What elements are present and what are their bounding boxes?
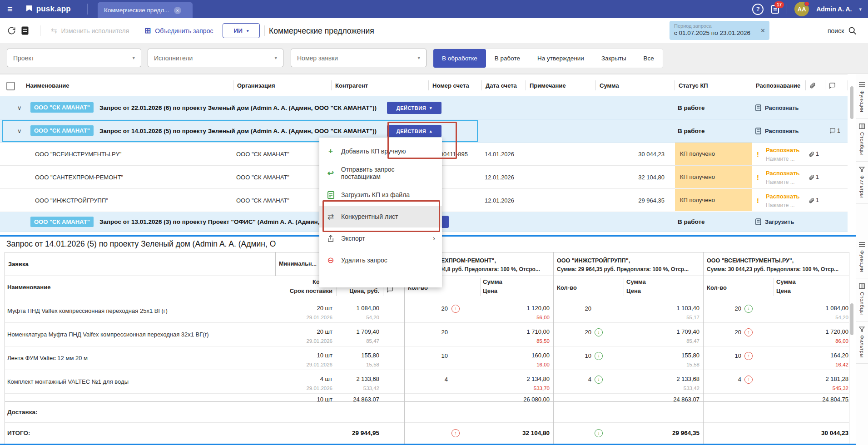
supplier-qty: 20 [404, 329, 448, 336]
recognize-link[interactable]: Распознать [765, 119, 804, 142]
recognize-link[interactable]: Распознать [766, 193, 806, 200]
actions-button-open[interactable]: ДЕЙСТВИЯ▴ [387, 125, 441, 137]
item-row[interactable]: Муфта ПНД Valfex компрессионная переходн… [0, 299, 868, 322]
notification-badge: 17 [774, 1, 784, 8]
help-icon[interactable]: ? [752, 4, 764, 15]
scrollbar-thumb[interactable] [850, 86, 853, 119]
chevron-down-icon[interactable]: ▾ [859, 6, 862, 12]
price-min-icon: ↓ [744, 305, 753, 313]
item-row[interactable]: Номенклатура Муфта ПНД Valfex компрессио… [0, 322, 868, 346]
executors-select[interactable]: Исполнители▾ [148, 49, 283, 67]
tab-on-approval[interactable]: На утверждении [529, 49, 593, 68]
chevron-down-icon[interactable]: ∨ [17, 96, 22, 119]
organization: ООО "СК АМАНАТ" [236, 189, 327, 212]
hamburger-icon[interactable]: ≡ [7, 4, 13, 15]
chevron-down-icon[interactable]: ∨ [17, 119, 22, 142]
merge-request-button[interactable]: ⊞ Объединить запрос [144, 18, 213, 43]
side-tab-label: Фильтры [859, 335, 865, 358]
scrollbar-thumb[interactable] [850, 303, 853, 335]
counterparty-name: ООО "САНТЕХПРОМ-РЕМОНТ" [35, 166, 230, 188]
column-recognition[interactable]: Распознавание [752, 80, 803, 90]
attachments-count[interactable]: 1 [808, 143, 819, 165]
tab-in-processing[interactable]: В обработке [433, 49, 486, 68]
menu-item-load-kp-file[interactable]: Загрузить КП из файла [319, 184, 442, 206]
clear-period-icon[interactable]: ✕ [760, 27, 765, 34]
search-button[interactable]: поиск [828, 26, 857, 35]
app-logo[interactable]: pusk.app [25, 5, 71, 14]
column-note[interactable]: Примечание [526, 80, 593, 90]
recognize-link[interactable]: Распознать [766, 170, 806, 177]
menu-item-label: Удалить запрос [341, 257, 387, 264]
window-tab[interactable]: Коммерческие предл... × [98, 2, 193, 18]
total-vseinstrumenty: 30 044,23 [780, 430, 848, 436]
menu-item-add-kp[interactable]: + Добавить КП вручную [319, 140, 442, 162]
attachments-count[interactable]: 1 [808, 189, 819, 212]
column-kp-status[interactable]: Статус КП [675, 80, 749, 90]
tab-label: Коммерческие предл... [104, 7, 169, 14]
subheader-qty: Кол-во [557, 284, 577, 291]
org-badge: ООО "СК АМАНАТ" [30, 102, 94, 113]
refresh-button[interactable] [7, 18, 16, 43]
chevron-down-icon: ▾ [132, 55, 135, 61]
header-supplier-vseinstrumenty[interactable]: ООО "ВСЕИНСТРУМЕНТЫ.РУ", Сумма: 30 044,2… [707, 256, 845, 272]
request-number-select[interactable]: Номер заявки▾ [291, 49, 427, 67]
menu-item-label: Загрузить КП из файла [341, 191, 410, 198]
subheader-sum: Сумма [776, 278, 796, 285]
menu-item-delete-request[interactable]: ⊖ Удалить запрос [319, 249, 442, 271]
side-tab-functions[interactable]: Функции [856, 237, 868, 278]
attachments-count[interactable]: 1 [808, 166, 819, 188]
subheader-price: Цена [776, 287, 791, 294]
comments-count[interactable]: 1 [829, 119, 840, 142]
user-name[interactable]: Admin A. A. [816, 5, 852, 13]
tab-closed[interactable]: Закрыты [593, 49, 635, 68]
page-title: Коммерческие предложения [269, 26, 374, 36]
tab-all[interactable]: Все [635, 49, 663, 68]
column-organization[interactable]: Организация [233, 80, 328, 90]
column-name[interactable]: Наименование [22, 80, 227, 90]
side-tab-filters[interactable]: Фильтры [856, 162, 868, 204]
column-invoice-number[interactable]: Номер счета [428, 80, 479, 90]
group-row-request-6[interactable]: ∨ ООО "СК АМАНАТ" Запрос от 22.01.2026 (… [0, 96, 848, 119]
period-filter-chip[interactable]: Период запроса с 01.07.2025 по 23.01.202… [670, 21, 769, 40]
menu-item-export[interactable]: Экспорт › [319, 227, 442, 249]
column-comments[interactable] [825, 80, 847, 90]
item-row[interactable]: Комплект монтажный VALTEC №1 для воды 4 … [0, 370, 868, 393]
avatar[interactable]: AA [794, 2, 809, 16]
close-icon[interactable]: × [174, 7, 181, 14]
item-sum: 24 863,07 [291, 396, 379, 401]
recognize-link[interactable]: Распознать [766, 147, 806, 153]
tab-in-work[interactable]: В работе [486, 49, 529, 68]
side-tab-functions[interactable]: Функции [856, 77, 868, 119]
supplier-sum: 2 181,28 [780, 376, 848, 382]
side-tabs-bottom: Функции Столбцы Фильтры [856, 237, 868, 364]
recognize-hint: Нажмите ... [766, 179, 795, 185]
column-counterparty[interactable]: Контрагент [331, 80, 422, 90]
menu-item-competitive-list[interactable]: ⇄ Конкурентный лист [319, 206, 442, 227]
amount: 29 964,35 [595, 189, 665, 212]
ai-button[interactable]: ИИ▾ [223, 23, 260, 38]
column-attachments[interactable] [805, 80, 823, 90]
actions-button[interactable]: ДЕЙСТВИЯ▾ [387, 102, 441, 114]
column-amount[interactable]: Сумма [595, 80, 672, 90]
select-all-checkbox[interactable] [6, 82, 15, 90]
project-select[interactable]: Проект▾ [7, 49, 141, 67]
item-row-clipped[interactable]: 10 шт 24 863,07 26 080,00 24 863,07 24 8… [0, 393, 868, 401]
recognize-hint: Нажмите ... [766, 156, 795, 162]
side-tab-columns[interactable]: Столбцы [856, 119, 868, 162]
upload-link[interactable]: Загрузить [765, 212, 804, 232]
change-executor-button[interactable]: ⇆ Изменить исполнителя [51, 18, 129, 43]
item-row[interactable]: Лента ФУМ Valtec 12 мм 20 м 10 шт29.01.2… [0, 346, 868, 370]
document-button[interactable] [21, 18, 29, 43]
header-supplier-inzhstroygrupp[interactable]: ООО "ИНЖСТРОЙГРУПП", Сумма: 29 964,35 ру… [557, 256, 695, 272]
recognize-link[interactable]: Распознать [765, 96, 804, 119]
recognize-doc-icon [755, 128, 761, 134]
divider [774, 278, 774, 296]
side-tabs-top: Функции Столбцы Фильтры [856, 77, 868, 204]
side-tab-columns[interactable]: Столбцы [856, 278, 868, 321]
notifications-button[interactable]: 17 [771, 5, 779, 14]
side-tab-filters[interactable]: Фильтры [856, 321, 868, 364]
column-invoice-date[interactable]: Дата счета [481, 80, 523, 90]
price-min-icon: ↓ [595, 376, 603, 384]
supplier-sum: 1 709,40 [631, 328, 699, 335]
menu-item-send-request[interactable]: ↩ Отправить запрос поставщикам [319, 162, 442, 184]
